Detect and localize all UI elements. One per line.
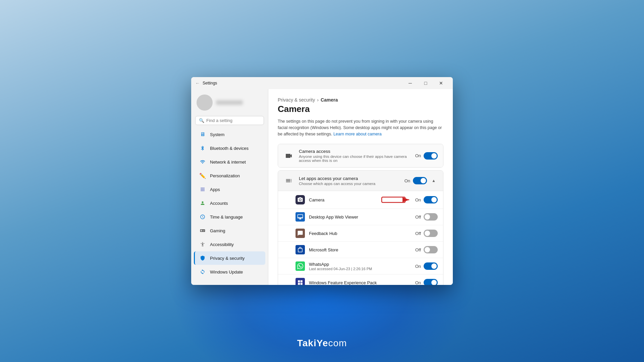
- store-toggle[interactable]: [424, 246, 438, 253]
- breadcrumb-chevron: ›: [317, 97, 319, 103]
- sidebar-item-label-update: Windows Update: [210, 269, 243, 275]
- back-arrow-icon[interactable]: ←: [195, 80, 200, 86]
- app-row-feedback: Feedback Hub Off: [278, 225, 443, 242]
- let-apps-row: Let apps access your camera Choose which…: [278, 171, 443, 191]
- update-icon: [199, 268, 206, 275]
- store-controls: Off: [415, 246, 438, 253]
- camera-access-icon: [283, 150, 294, 161]
- sidebar-item-update[interactable]: Windows Update: [194, 265, 265, 279]
- nav-list: 🖥 System Bluetooth & devices Network & i…: [191, 128, 268, 279]
- camera-app-controls: On: [415, 196, 438, 203]
- store-name: Microsoft Store: [309, 247, 411, 252]
- desktop-web-controls: Off: [415, 213, 438, 221]
- camera-access-toggle[interactable]: [424, 152, 438, 160]
- let-apps-chevron[interactable]: ▲: [430, 177, 438, 185]
- feedback-toggle[interactable]: [424, 230, 438, 237]
- whatsapp-status: On: [415, 264, 421, 269]
- sidebar-item-accessibility[interactable]: Accessibility: [194, 238, 265, 251]
- feedback-status: Off: [415, 231, 421, 236]
- sidebar-item-label-privacy: Privacy & security: [210, 256, 245, 261]
- sidebar-item-label-accounts: Accounts: [210, 201, 228, 206]
- let-apps-status: On: [405, 178, 410, 183]
- title-bar: ← Settings ─ □ ✕: [191, 77, 453, 89]
- camera-app-status: On: [415, 197, 421, 202]
- system-icon: 🖥: [199, 131, 206, 138]
- whatsapp-toggle[interactable]: [424, 262, 438, 270]
- close-button[interactable]: ✕: [433, 77, 449, 89]
- search-input[interactable]: [206, 118, 260, 123]
- breadcrumb: Privacy & security › Camera: [278, 97, 443, 103]
- toggle-knob-dw: [425, 214, 430, 220]
- let-apps-toggle[interactable]: [413, 177, 427, 184]
- camera-app-icon: [296, 195, 305, 204]
- learn-more-link[interactable]: Learn more about camera: [333, 132, 382, 136]
- breadcrumb-parent: Privacy & security: [278, 97, 315, 103]
- sidebar-item-label-time: Time & language: [210, 215, 243, 220]
- toggle-knob-fp: [431, 280, 437, 285]
- sidebar-item-accounts[interactable]: Accounts: [194, 196, 265, 210]
- minimize-button[interactable]: ─: [402, 77, 418, 89]
- apps-icon: [199, 186, 206, 193]
- sidebar-item-system[interactable]: 🖥 System: [194, 128, 265, 141]
- watermark: TakiYecom: [297, 338, 347, 349]
- toggle-knob-store: [425, 247, 430, 252]
- whatsapp-controls: On: [415, 262, 438, 270]
- camera-app-toggle[interactable]: [424, 196, 438, 203]
- camera-access-subtitle: Anyone using this device can choose if t…: [299, 155, 411, 163]
- accessibility-icon: [199, 241, 206, 248]
- camera-access-section: Camera access Anyone using this device c…: [278, 144, 443, 168]
- arrow-annotation: [381, 194, 411, 205]
- toggle-knob-wa: [431, 263, 437, 269]
- feature-pack-name: Windows Feature Experience Pack: [309, 280, 411, 285]
- sidebar-item-label-bluetooth: Bluetooth & devices: [210, 146, 249, 151]
- app-row-whatsapp: WhatsApp Last accessed 04-Jun-23 | 2:26:…: [278, 258, 443, 275]
- sidebar-item-network[interactable]: Network & internet: [194, 155, 265, 169]
- feature-pack-controls: On: [415, 279, 438, 285]
- search-box[interactable]: 🔍: [195, 116, 264, 125]
- desktop-web-toggle[interactable]: [424, 213, 438, 221]
- personalization-icon: ✏️: [199, 172, 206, 179]
- feature-pack-toggle[interactable]: [424, 279, 438, 285]
- sidebar-item-time[interactable]: Time & language: [194, 210, 265, 224]
- sidebar-item-label-system: System: [210, 132, 224, 137]
- let-apps-controls: On ▲: [405, 177, 438, 185]
- let-apps-text: Let apps access your camera Choose which…: [299, 176, 400, 186]
- sidebar-item-personalization[interactable]: ✏️ Personalization: [194, 169, 265, 182]
- red-arrow: [381, 194, 411, 205]
- feature-pack-status: On: [415, 280, 421, 285]
- sidebar: 🔍 🖥 System Bluetooth & devices: [191, 89, 268, 285]
- sidebar-item-label-network: Network & internet: [210, 160, 246, 165]
- whatsapp-text: WhatsApp Last accessed 04-Jun-23 | 2:26:…: [309, 262, 411, 271]
- sidebar-item-gaming[interactable]: Gaming: [194, 224, 265, 237]
- sidebar-item-bluetooth[interactable]: Bluetooth & devices: [194, 141, 265, 155]
- let-apps-section: Let apps access your camera Choose which…: [278, 170, 443, 285]
- app-row-feature-pack: Windows Feature Experience Pack On: [278, 275, 443, 285]
- app-row-camera: Camera: [278, 191, 443, 209]
- camera-access-title: Camera access: [299, 149, 411, 154]
- time-icon: [199, 214, 206, 220]
- bluetooth-icon: [199, 145, 206, 152]
- sidebar-item-privacy[interactable]: Privacy & security: [194, 251, 265, 265]
- avatar-name: [216, 100, 243, 105]
- title-bar-controls: ─ □ ✕: [402, 77, 449, 89]
- window-title: Settings: [203, 81, 217, 85]
- search-icon: 🔍: [199, 118, 204, 123]
- avatar: [197, 95, 213, 111]
- maximize-button[interactable]: □: [418, 77, 433, 89]
- accounts-icon: [199, 200, 206, 206]
- camera-access-text: Camera access Anyone using this device c…: [299, 149, 411, 163]
- store-icon: [296, 245, 305, 254]
- breadcrumb-current: Camera: [321, 97, 338, 103]
- toggle-knob-camera: [431, 197, 437, 202]
- page-description: The settings on this page do not prevent…: [278, 118, 443, 137]
- sidebar-item-apps[interactable]: Apps: [194, 183, 265, 196]
- page-title: Camera: [278, 104, 443, 114]
- feedback-name: Feedback Hub: [309, 231, 411, 236]
- watermark-text: TakiYecom: [297, 338, 347, 348]
- avatar-area: [191, 92, 268, 116]
- toggle-knob-2: [421, 178, 426, 183]
- main-content: Privacy & security › Camera Camera The s…: [268, 89, 453, 285]
- feedback-controls: Off: [415, 230, 438, 237]
- camera-app-name: Camera: [309, 197, 377, 202]
- settings-window: ← Settings ─ □ ✕ 🔍 🖥: [191, 77, 453, 285]
